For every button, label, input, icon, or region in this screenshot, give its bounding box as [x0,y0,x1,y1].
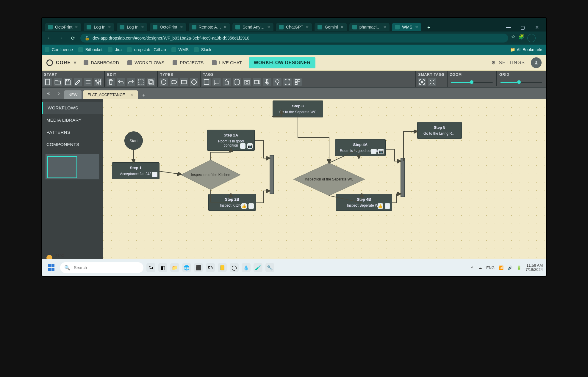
tag-camera-button[interactable] [243,78,251,86]
minimap[interactable] [45,154,99,180]
app-vscode-icon[interactable]: ◧ [158,263,167,272]
bookmark-bitbucket[interactable]: Bitbucket [78,47,103,52]
close-icon[interactable]: ✕ [108,25,111,29]
node-decision-kitchen[interactable]: Inspection of the Kitchen [181,160,240,190]
tab-pharmaci[interactable]: pharmaci…✕ [349,23,390,32]
wifi-icon[interactable]: 📶 [499,266,503,270]
zoom-slider[interactable] [451,79,493,85]
app-octoprint-icon[interactable]: 💧 [242,263,251,272]
volume-icon[interactable]: 🔊 [508,266,512,270]
redo-button[interactable] [127,78,135,86]
merge-bar-1[interactable] [270,155,274,194]
tab-remote[interactable]: Remote A…✕ [188,23,230,32]
tag-pin-button[interactable] [273,78,282,86]
sidebar-item-media-library[interactable]: MEDIA LIBRARY [42,114,103,126]
tag-chat-button[interactable] [212,78,221,86]
menu-projects[interactable]: PROJECTS [173,60,204,65]
battery-icon[interactable]: 🔋 [517,266,521,270]
tray-chevron-icon[interactable]: ＾ [470,265,474,270]
type-rect-button[interactable] [180,78,188,86]
edit-button[interactable] [74,78,82,86]
undo-button[interactable] [117,78,125,86]
kebab-icon[interactable]: ⋮ [539,34,543,42]
close-icon[interactable]: ✕ [75,25,78,29]
star-icon[interactable]: ☆ [511,34,515,42]
app-misc1-icon[interactable]: 🧪 [254,263,262,272]
close-icon[interactable]: ✕ [415,25,418,29]
delete-button[interactable] [107,78,115,86]
tab-login-2[interactable]: Log In✕ [116,23,148,32]
profile-icon[interactable] [527,34,536,42]
bookmark-jira[interactable]: Jira [108,47,122,52]
new-tab-button[interactable]: ＋ [425,23,433,32]
tabstrip-prev-button[interactable]: « [42,88,55,99]
menu-workflows[interactable]: WORKFLOWS [127,60,164,65]
node-step1[interactable]: Step 1 Acceptance flat 243 ◪ [112,162,159,179]
extensions-icon[interactable]: 🧩 [518,34,524,42]
avatar[interactable] [531,57,542,68]
app-store-icon[interactable]: 🛍 [206,263,215,272]
tag-qr-button[interactable] [293,78,302,86]
node-start[interactable]: Start [124,131,143,150]
canvas[interactable]: Start Step 1 Acceptance flat 243 ◪ Inspe… [103,99,546,276]
app-chrome-icon[interactable]: ◯ [230,263,239,272]
sidebar-item-components[interactable]: COMPONENTS [42,138,103,150]
menu-livechat[interactable]: LIVE CHAT [212,60,242,65]
close-icon[interactable]: ✕ [267,25,270,29]
taskbar-search[interactable]: 🔍 [60,262,143,273]
all-bookmarks-button[interactable]: 📁All Bookmarks [510,47,543,52]
menu-dashboard[interactable]: DASHBOARD [84,60,119,65]
onedrive-icon[interactable]: ☁ [478,266,482,270]
maximize-button[interactable]: ▢ [516,23,529,32]
close-icon[interactable]: ✕ [383,25,387,29]
tab-login-1[interactable]: Log In✕ [83,23,115,32]
tag-like-button[interactable] [223,78,231,86]
grid-slider[interactable] [501,79,542,85]
tabstrip-next-button[interactable]: › [55,88,62,99]
node-step2b[interactable]: Step 2B Inspect Kitchen 👍🗎 [208,194,256,211]
merge-bar-2[interactable] [401,158,405,197]
settings-button[interactable]: ⚙SETTINGS [491,60,525,65]
doc-tab-flat-acceptance[interactable]: FLAT_ACCEPTANCE✕ [83,90,138,99]
app-misc2-icon[interactable]: 🔧 [265,263,274,272]
sliders-button[interactable] [94,78,102,86]
node-step3[interactable]: Step 3 Go to the Seperate WC [273,100,323,117]
tag-cube-button[interactable] [233,78,241,86]
bookmark-wms[interactable]: WMS [171,47,189,52]
brand[interactable]: CORE ▾ [46,59,76,66]
app-notes-icon[interactable]: 📒 [218,263,227,272]
search-input[interactable] [73,265,139,270]
node-step4a[interactable]: Step 4A Room is in good condition 🗎📷 [335,139,386,156]
bookmark-gitlab[interactable]: dropslab · GitLab [127,47,166,52]
node-step5[interactable]: Step 5 Go to the Living R… [417,122,462,139]
list-button[interactable] [84,78,92,86]
node-step2a[interactable]: Step 2A Room is in good condition 🗎📷 [207,130,255,151]
close-icon[interactable]: ✕ [223,25,227,29]
node-decision-wc[interactable]: Inspection of the Seperate WC [293,163,365,196]
tag-video-button[interactable] [253,78,261,86]
copy-button[interactable] [147,78,155,86]
close-icon[interactable]: ✕ [130,92,134,97]
app-folder-icon[interactable]: 📁 [170,263,179,272]
tab-octoprint-2[interactable]: OctoPrint✕ [149,23,186,32]
app-terminal-icon[interactable]: ⬛ [194,263,203,272]
type-diamond-button[interactable] [190,78,198,86]
tab-wms[interactable]: WMS✕ [392,23,421,32]
smart-expand-button[interactable] [428,78,436,86]
tab-octoprint-1[interactable]: OctoPrint✕ [45,23,82,32]
close-icon[interactable]: ✕ [306,25,309,29]
address-bar[interactable]: 🔒 dev-app.dropslab.com/#core/designer/WF… [80,34,508,43]
tag-mic-button[interactable] [263,78,271,86]
close-button[interactable]: ✕ [530,23,543,32]
doc-tab-add-button[interactable]: ＋ [140,92,148,99]
app-edge-icon[interactable]: 🌐 [182,263,191,272]
start-button[interactable] [45,262,57,274]
save-button[interactable] [64,78,72,86]
type-circle-button[interactable] [159,78,168,86]
close-icon[interactable]: ✕ [141,25,144,29]
tag-note-button[interactable] [202,78,211,86]
tab-sendany[interactable]: Send Any…✕ [232,23,274,32]
type-ellipse-button[interactable] [170,78,178,86]
tab-gemini[interactable]: Gemini✕ [314,23,347,32]
close-icon[interactable]: ✕ [180,25,183,29]
